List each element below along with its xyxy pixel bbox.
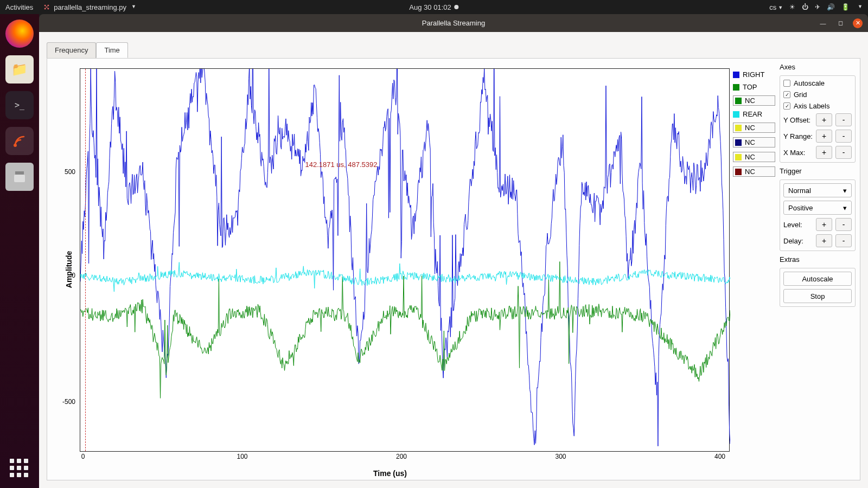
app-menu[interactable]: parallella_streaming.py ▼ <box>43 3 136 11</box>
legend-swatch-icon <box>735 154 742 160</box>
dock-firefox[interactable] <box>5 20 34 48</box>
axes-heading: Axes <box>780 63 856 71</box>
extras-box: Autoscale Stop <box>780 268 856 307</box>
level-minus-button[interactable]: - <box>835 218 852 231</box>
legend-swatch-icon <box>735 139 742 146</box>
yrange-label: Y Range: <box>783 132 813 140</box>
plot-canvas[interactable] <box>80 69 730 452</box>
yoffset-plus-button[interactable]: + <box>816 113 832 126</box>
legend-item[interactable]: TOP <box>733 83 775 91</box>
dock-usb[interactable] <box>5 163 34 191</box>
grid-checkbox-row[interactable]: ✓Grid <box>783 91 852 99</box>
legend-swatch-icon <box>733 111 739 118</box>
checkbox-checked-icon: ✓ <box>783 102 790 110</box>
axis-labels-checkbox-row[interactable]: ✓Axis Labels <box>783 102 852 110</box>
activities-button[interactable]: Activities <box>5 3 33 11</box>
xmax-plus-button[interactable]: + <box>816 146 832 159</box>
x-ticks: 0 100 200 300 400 <box>80 453 730 461</box>
legend-item[interactable]: NC <box>733 95 775 106</box>
airplane-icon[interactable]: ✈ <box>815 3 820 11</box>
trigger-heading: Trigger <box>780 167 856 175</box>
legend-swatch-icon <box>735 125 742 131</box>
yrange-plus-button[interactable]: + <box>816 130 832 143</box>
legend-item[interactable]: REAR <box>733 110 775 118</box>
tab-content: Amplitude Time (us) -500 0 500 0 100 200… <box>47 58 860 480</box>
window-maximize-button[interactable]: ◻ <box>835 18 845 28</box>
autoscale-button[interactable]: Autoscale <box>783 272 852 286</box>
control-panel: Axes Autoscale ✓Grid ✓Axis Labels Y Offs… <box>775 59 860 480</box>
legend-swatch-icon <box>733 72 739 78</box>
keyboard-layout-indicator[interactable]: cs▼ <box>769 3 783 11</box>
legend-swatch-icon <box>735 98 742 104</box>
level-plus-button[interactable]: + <box>816 218 832 231</box>
system-menu-caret-icon[interactable]: ▼ <box>858 4 863 9</box>
notification-dot-icon <box>455 5 459 9</box>
usb-drive-icon <box>12 169 27 184</box>
tab-strip: Frequency Time <box>39 32 868 57</box>
chart-area[interactable]: Amplitude Time (us) -500 0 500 0 100 200… <box>47 59 733 480</box>
plot-frame: 142.1871 us, 487.5392 <box>80 68 730 452</box>
dock-terminal[interactable]: >_ <box>5 91 34 119</box>
extras-heading: Extras <box>780 255 856 264</box>
gnome-topbar: Activities parallella_streaming.py ▼ Aug… <box>0 0 868 14</box>
trigger-cursor-line <box>85 69 86 451</box>
svg-rect-6 <box>14 175 25 182</box>
yrange-minus-button[interactable]: - <box>835 130 852 143</box>
tab-time[interactable]: Time <box>96 42 127 58</box>
network-icon[interactable]: ⏻ <box>802 3 808 11</box>
window-titlebar: Parallella Streaming ― ◻ ✕ <box>39 14 868 32</box>
script-icon <box>43 3 50 11</box>
legend-item[interactable]: NC <box>733 152 775 162</box>
volume-icon[interactable]: 🔊 <box>827 3 835 11</box>
checkbox-checked-icon: ✓ <box>783 91 790 98</box>
trigger-box: Normal▾ Positive▾ Level:+- Delay:+- <box>780 179 856 251</box>
trigger-mode-select[interactable]: Normal▾ <box>783 183 852 197</box>
cursor-readout: 142.1871 us, 487.5392 <box>305 160 377 169</box>
svg-rect-5 <box>15 171 24 175</box>
legend-item[interactable]: NC <box>733 137 775 147</box>
chevron-down-icon: ▾ <box>843 204 847 212</box>
x-axis-label: Time (us) <box>373 469 407 478</box>
delay-label: Delay: <box>783 237 813 245</box>
y-ticks: -500 0 500 <box>47 68 79 452</box>
yoffset-label: Y Offset: <box>783 116 813 124</box>
autoscale-checkbox-row[interactable]: Autoscale <box>783 79 852 87</box>
legend-swatch-icon <box>733 84 739 91</box>
show-applications-button[interactable] <box>10 459 29 478</box>
legend: RIGHTTOPNCREARNCNCNCNC <box>733 59 775 480</box>
yoffset-minus-button[interactable]: - <box>835 113 852 126</box>
trigger-edge-select[interactable]: Positive▾ <box>783 201 852 215</box>
delay-plus-button[interactable]: + <box>816 234 832 247</box>
streaming-app-icon <box>10 131 29 151</box>
tab-frequency[interactable]: Frequency <box>47 42 96 58</box>
clock[interactable]: Aug 30 01:02 <box>409 3 458 11</box>
level-label: Level: <box>783 221 813 229</box>
axes-box: Autoscale ✓Grid ✓Axis Labels Y Offset:+-… <box>780 75 856 163</box>
legend-item[interactable]: NC <box>733 166 775 177</box>
battery-icon[interactable]: 🔋 <box>841 3 850 11</box>
xmax-label: X Max: <box>783 149 813 157</box>
ubuntu-dock: 📁 >_ <box>0 14 39 488</box>
window-title: Parallella Streaming <box>422 19 485 27</box>
chevron-down-icon: ▾ <box>843 187 847 195</box>
stop-button[interactable]: Stop <box>783 289 852 303</box>
xmax-minus-button[interactable]: - <box>835 146 852 159</box>
brightness-icon[interactable]: ☀ <box>789 3 795 11</box>
window-minimize-button[interactable]: ― <box>818 18 828 28</box>
legend-swatch-icon <box>735 169 742 175</box>
checkbox-icon <box>783 80 790 87</box>
caret-down-icon: ▼ <box>131 4 136 9</box>
legend-item[interactable]: NC <box>733 123 775 133</box>
delay-minus-button[interactable]: - <box>835 234 852 247</box>
legend-item[interactable]: RIGHT <box>733 70 775 79</box>
dock-files[interactable]: 📁 <box>5 55 34 84</box>
window-close-button[interactable]: ✕ <box>853 18 863 28</box>
dock-current-app[interactable] <box>5 127 34 155</box>
app-window: Frequency Time Amplitude Time (us) -500 … <box>39 32 868 488</box>
